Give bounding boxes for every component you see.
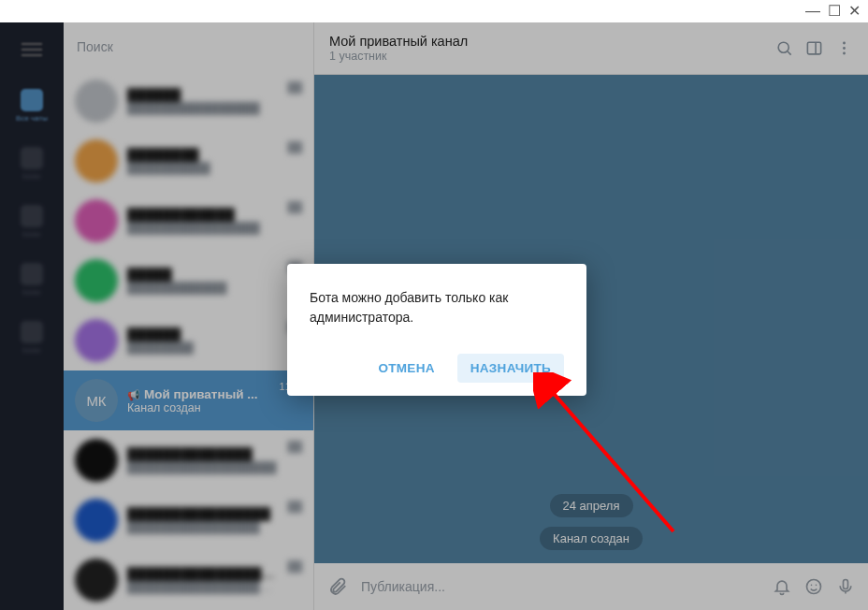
maximize-icon[interactable]: ☐ — [828, 4, 841, 19]
dialog-message: Бота можно добавить только как администр… — [310, 288, 564, 327]
minimize-icon[interactable]: — — [805, 4, 820, 19]
cancel-button[interactable]: ОТМЕНА — [365, 354, 447, 383]
window-titlebar: — ☐ ✕ — [0, 0, 868, 22]
confirm-dialog: Бота можно добавить только как администр… — [287, 264, 586, 396]
close-icon[interactable]: ✕ — [848, 4, 861, 19]
confirm-button[interactable]: НАЗНАЧИТЬ — [457, 354, 564, 383]
